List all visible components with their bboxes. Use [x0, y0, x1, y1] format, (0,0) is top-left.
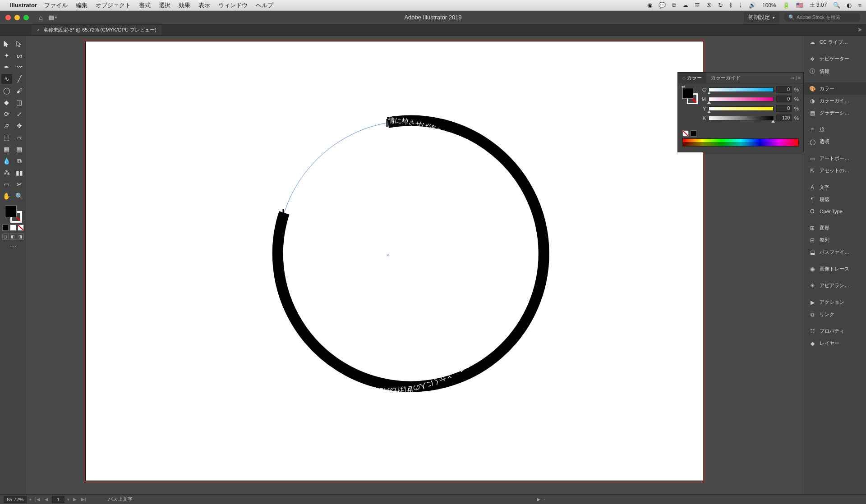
panel-transparency[interactable]: ◯透明: [804, 136, 866, 148]
curvature-tool[interactable]: 〰: [14, 62, 25, 72]
wifi-icon[interactable]: ⧙: [739, 2, 742, 9]
status-menu-icon[interactable]: ⋮: [542, 497, 547, 502]
color-panel-tab-guide[interactable]: カラーガイド: [706, 73, 745, 83]
draw-normal[interactable]: ◻: [2, 234, 9, 240]
menu-select[interactable]: 選択: [159, 1, 170, 9]
shaper-tool[interactable]: ◆: [1, 97, 12, 107]
symbol-sprayer-tool[interactable]: ⁂: [1, 168, 12, 178]
zoom-dropdown-icon[interactable]: ▾: [29, 497, 32, 502]
clock[interactable]: 土 3:07: [810, 1, 827, 9]
ellipse-tool[interactable]: ◯: [1, 86, 12, 96]
free-transform-tool[interactable]: ✥: [14, 121, 25, 131]
panel-paragraph[interactable]: ¶段落: [804, 193, 866, 206]
menu-object[interactable]: オブジェクト: [96, 1, 131, 9]
swatch-none[interactable]: [682, 130, 689, 137]
eraser-tool[interactable]: ◫: [14, 97, 25, 107]
minimize-window-button[interactable]: [14, 15, 20, 20]
timemachine-icon[interactable]: ↻: [718, 2, 723, 9]
volume-icon[interactable]: 🔊: [749, 2, 756, 9]
line-icon[interactable]: 💬: [659, 2, 666, 9]
menu-type[interactable]: 書式: [139, 1, 151, 9]
panel-color[interactable]: 🎨カラー: [804, 82, 866, 95]
notification-center-icon[interactable]: ≡: [858, 2, 861, 9]
dropbox-icon[interactable]: ⧉: [672, 2, 676, 9]
menu-help[interactable]: ヘルプ: [256, 1, 273, 9]
blend-tool[interactable]: ⧉: [14, 156, 25, 166]
black-input[interactable]: [776, 115, 792, 121]
panel-appearance[interactable]: ☀アピアラン…: [804, 279, 866, 292]
hand-tool[interactable]: ✋: [1, 191, 12, 201]
black-slider[interactable]: [709, 116, 774, 120]
shape-builder-tool[interactable]: ⬚: [1, 133, 12, 142]
spectrum-picker[interactable]: [682, 138, 799, 147]
close-tab-icon[interactable]: ×: [37, 27, 40, 32]
tray-icon[interactable]: ☰: [695, 2, 700, 9]
cc-icon[interactable]: ☁: [682, 2, 688, 9]
home-icon[interactable]: ⌂: [39, 14, 42, 21]
line-tool[interactable]: ╱: [14, 74, 25, 84]
artboard-number[interactable]: 1: [52, 496, 64, 503]
panel-color-guide[interactable]: ◑カラーガイ…: [804, 95, 866, 107]
zoom-tool[interactable]: 🔍: [14, 191, 25, 201]
pen-tool[interactable]: ✒: [1, 62, 12, 72]
panel-transform[interactable]: ⊞変形: [804, 222, 866, 234]
backup-icon[interactable]: ⑤: [706, 2, 712, 9]
panel-properties[interactable]: ☷プロパティ: [804, 325, 866, 337]
bluetooth-icon[interactable]: ᛒ: [729, 2, 733, 9]
color-panel-tab-color[interactable]: ◇ カラー: [678, 73, 706, 83]
battery-icon[interactable]: 🔋: [783, 2, 790, 9]
last-artboard-button[interactable]: ▶|: [80, 497, 87, 502]
panel-cc-libraries[interactable]: ☁CC ライブ…: [804, 36, 866, 48]
next-artboard-button[interactable]: ▶: [72, 497, 78, 502]
mesh-tool[interactable]: ▦: [1, 144, 12, 154]
panel-fill-swatch[interactable]: [682, 88, 693, 99]
perspective-tool[interactable]: ▱: [14, 133, 25, 142]
menu-file[interactable]: ファイル: [44, 1, 68, 9]
menu-window[interactable]: ウィンドウ: [218, 1, 248, 9]
lasso-tool[interactable]: ᔕ: [14, 50, 25, 60]
maximize-window-button[interactable]: [23, 15, 29, 20]
panel-layers[interactable]: ◆レイヤー: [804, 337, 866, 349]
panel-stroke[interactable]: ≡線: [804, 124, 866, 136]
panel-pathfinder[interactable]: ⬓パスファイ…: [804, 246, 866, 258]
first-artboard-button[interactable]: |◀: [34, 497, 41, 502]
panel-gradient[interactable]: ▤グラデーシ…: [804, 107, 866, 119]
collapse-panels-icon[interactable]: ⮞: [858, 27, 862, 32]
panel-image-trace[interactable]: ◉画像トレース: [804, 263, 866, 275]
zoom-level[interactable]: 65.72%: [4, 496, 27, 503]
paintbrush-tool[interactable]: 🖌: [14, 86, 25, 96]
panel-links[interactable]: ⧉リンク: [804, 308, 866, 321]
stock-search-input[interactable]: 🔍 Adobe Stock を検索: [784, 13, 861, 22]
direct-selection-tool[interactable]: [14, 39, 25, 49]
panel-artboards[interactable]: ▭アートボー…: [804, 152, 866, 165]
siri-icon[interactable]: ◐: [847, 2, 852, 9]
cyan-slider[interactable]: [709, 87, 774, 92]
menu-view[interactable]: 表示: [198, 1, 210, 9]
gradient-tool[interactable]: ▤: [14, 144, 25, 154]
type-on-path-tool[interactable]: ∿: [1, 74, 12, 84]
close-window-button[interactable]: [5, 15, 11, 20]
record-icon[interactable]: ◉: [647, 2, 652, 9]
column-graph-tool[interactable]: ▮▮: [14, 168, 25, 178]
spotlight-icon[interactable]: 🔍: [833, 2, 840, 9]
fill-stroke-indicator[interactable]: [4, 205, 22, 223]
rotate-tool[interactable]: ⟳: [1, 109, 12, 119]
magenta-input[interactable]: [776, 96, 792, 102]
battery-pct[interactable]: 100%: [762, 2, 776, 9]
draw-inside[interactable]: ◨: [18, 234, 24, 240]
artboard-dropdown-icon[interactable]: ▾: [67, 497, 69, 502]
arrange-documents-icon[interactable]: ▦ ▾: [49, 14, 57, 21]
panel-navigator[interactable]: ✲ナビゲーター: [804, 53, 866, 65]
prev-artboard-button[interactable]: ◀: [44, 497, 49, 502]
panel-asset-export[interactable]: ⇱アセットの…: [804, 165, 866, 177]
panel-opentype[interactable]: OOpenType: [804, 206, 866, 217]
artboard-tool[interactable]: ▭: [1, 179, 12, 189]
app-menu[interactable]: Illustrator: [10, 2, 37, 9]
workspace-switcher[interactable]: 初期設定▾: [744, 12, 779, 23]
yellow-slider[interactable]: [709, 106, 774, 111]
menu-edit[interactable]: 編集: [76, 1, 88, 9]
draw-behind[interactable]: ◧: [10, 234, 16, 240]
fill-swatch[interactable]: [5, 206, 17, 217]
panel-actions[interactable]: ▶アクション: [804, 296, 866, 308]
panel-collapse-icon[interactable]: ›› | ≡: [791, 75, 801, 80]
